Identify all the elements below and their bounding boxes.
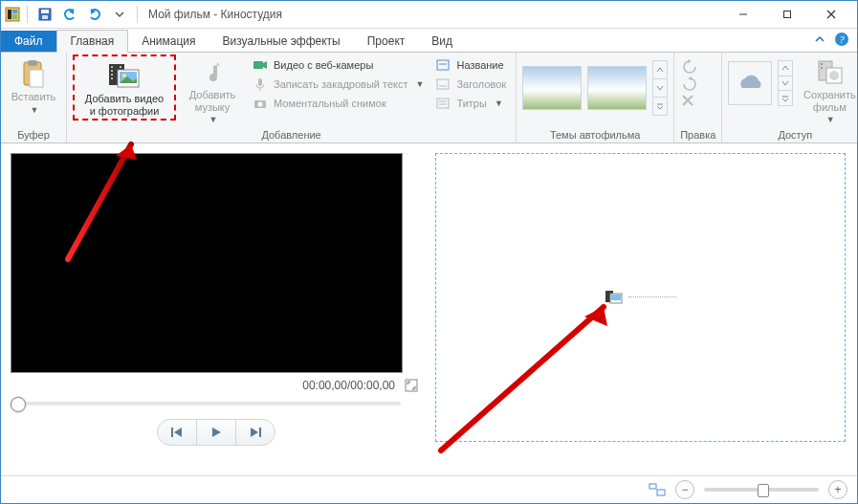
svg-point-28 bbox=[258, 102, 263, 107]
cloud-icon bbox=[734, 73, 766, 94]
svg-rect-24 bbox=[253, 61, 263, 69]
tab-project[interactable]: Проект bbox=[354, 31, 419, 52]
undo-button[interactable] bbox=[59, 4, 80, 25]
gallery-scroll-down[interactable] bbox=[653, 78, 667, 97]
tab-animation[interactable]: Анимация bbox=[128, 31, 209, 52]
add-video-photo-button[interactable]: Добавить видео и фотографии bbox=[77, 58, 172, 117]
next-frame-button[interactable] bbox=[235, 420, 275, 445]
redo-button[interactable] bbox=[84, 4, 105, 25]
tab-file[interactable]: Файл bbox=[1, 31, 56, 52]
svg-rect-39 bbox=[821, 63, 823, 65]
svg-rect-52 bbox=[657, 490, 665, 495]
fullscreen-button[interactable] bbox=[405, 379, 418, 392]
dropdown-icon: ▼ bbox=[826, 115, 835, 124]
svg-rect-17 bbox=[111, 74, 113, 76]
gallery-scroll-up[interactable] bbox=[779, 61, 792, 76]
gallery-more bbox=[778, 60, 793, 106]
separator bbox=[137, 6, 138, 23]
window-controls bbox=[721, 1, 853, 28]
group-label: Правка bbox=[680, 128, 715, 142]
title-label: Название bbox=[456, 59, 503, 71]
video-preview[interactable] bbox=[11, 153, 403, 373]
svg-point-42 bbox=[829, 71, 839, 80]
workspace: 00:00,00/00:00,00 bbox=[1, 143, 857, 479]
tab-visual-effects[interactable]: Визуальные эффекты bbox=[209, 31, 354, 52]
seek-thumb[interactable] bbox=[11, 397, 26, 412]
credits-label: Титры bbox=[456, 98, 486, 109]
svg-rect-19 bbox=[120, 66, 121, 68]
timeline-dropzone[interactable] bbox=[435, 153, 846, 442]
timeline-pane bbox=[431, 143, 857, 479]
save-movie-label: Сохранить фильм bbox=[803, 89, 856, 113]
prev-frame-button[interactable] bbox=[158, 420, 196, 445]
gallery-more bbox=[652, 60, 668, 116]
record-narration-button[interactable]: Записать закадровый текст▼ bbox=[249, 76, 428, 93]
svg-rect-47 bbox=[259, 427, 261, 437]
share-gallery[interactable] bbox=[728, 55, 793, 106]
save-button[interactable] bbox=[34, 4, 55, 25]
onedrive-button[interactable] bbox=[728, 61, 772, 105]
ribbon-tabs: Файл Главная Анимация Визуальные эффекты… bbox=[1, 29, 857, 52]
tab-view[interactable]: Вид bbox=[418, 31, 466, 52]
help-button[interactable]: ? bbox=[834, 32, 849, 47]
svg-rect-40 bbox=[821, 67, 823, 69]
svg-rect-45 bbox=[406, 380, 417, 391]
zoom-thumb[interactable] bbox=[758, 484, 769, 497]
save-movie-button[interactable]: Сохранить фильм ▼ bbox=[797, 55, 858, 125]
svg-rect-16 bbox=[111, 70, 113, 72]
thumbnail-size-button[interactable] bbox=[649, 483, 666, 496]
group-clipboard: Вставить ▼ Буфер bbox=[1, 53, 67, 142]
gallery-expand[interactable] bbox=[779, 90, 792, 105]
paste-button[interactable]: Вставить ▼ bbox=[7, 55, 60, 115]
caption-icon bbox=[435, 77, 451, 92]
statusbar: − + bbox=[1, 475, 857, 503]
rotate-left-button[interactable] bbox=[680, 58, 699, 74]
group-label: Буфер bbox=[7, 128, 60, 142]
theme-thumb[interactable] bbox=[522, 66, 582, 110]
snapshot-label: Моментальный снимок bbox=[274, 98, 386, 109]
delete-button[interactable] bbox=[680, 93, 699, 108]
zoom-in-button[interactable]: + bbox=[828, 480, 847, 499]
svg-rect-29 bbox=[437, 60, 449, 70]
maximize-button[interactable] bbox=[765, 1, 809, 28]
gallery-scroll-down[interactable] bbox=[779, 76, 792, 91]
separator bbox=[27, 6, 28, 23]
group-share: Сохранить фильм ▼ Доступ bbox=[722, 53, 858, 142]
svg-rect-2 bbox=[12, 10, 17, 13]
collapse-ribbon-button[interactable] bbox=[815, 34, 825, 44]
svg-rect-18 bbox=[111, 77, 113, 79]
group-label: Добавление bbox=[73, 128, 510, 142]
title-button[interactable]: Название bbox=[431, 56, 510, 74]
dropdown-icon: ▼ bbox=[495, 99, 503, 108]
seek-bar[interactable] bbox=[11, 402, 401, 405]
zoom-out-button[interactable]: − bbox=[675, 480, 694, 499]
rotate-right-button[interactable] bbox=[680, 76, 699, 91]
svg-point-23 bbox=[122, 74, 126, 77]
transport-controls bbox=[11, 419, 422, 446]
title-icon bbox=[435, 57, 451, 73]
qat-customize-button[interactable] bbox=[109, 4, 130, 25]
add-music-button[interactable]: Добавить музыку ▼ bbox=[180, 55, 245, 125]
gallery-scroll-up[interactable] bbox=[653, 61, 667, 78]
webcam-video-button[interactable]: Видео с веб-камеры bbox=[249, 56, 428, 74]
music-note-icon bbox=[198, 58, 227, 87]
group-autotheme: Темы автофильма bbox=[517, 53, 674, 142]
svg-rect-50 bbox=[611, 295, 621, 300]
autotheme-gallery[interactable] bbox=[522, 55, 668, 116]
svg-rect-13 bbox=[30, 70, 43, 87]
caption-button[interactable]: Заголовок bbox=[431, 76, 510, 93]
svg-rect-25 bbox=[258, 78, 262, 86]
minimize-button[interactable] bbox=[721, 1, 765, 28]
play-button[interactable] bbox=[196, 420, 235, 445]
credits-icon bbox=[435, 96, 451, 111]
gallery-expand[interactable] bbox=[653, 97, 667, 115]
zoom-slider[interactable] bbox=[704, 488, 819, 492]
theme-thumb[interactable] bbox=[587, 66, 647, 110]
close-button[interactable] bbox=[809, 1, 853, 28]
snapshot-button[interactable]: Моментальный снимок bbox=[249, 95, 428, 112]
svg-rect-8 bbox=[784, 11, 791, 18]
tab-home[interactable]: Главная bbox=[56, 30, 129, 53]
caption-label: Заголовок bbox=[456, 78, 506, 90]
svg-text:?: ? bbox=[839, 33, 845, 45]
credits-button[interactable]: Титры▼ bbox=[431, 95, 510, 112]
